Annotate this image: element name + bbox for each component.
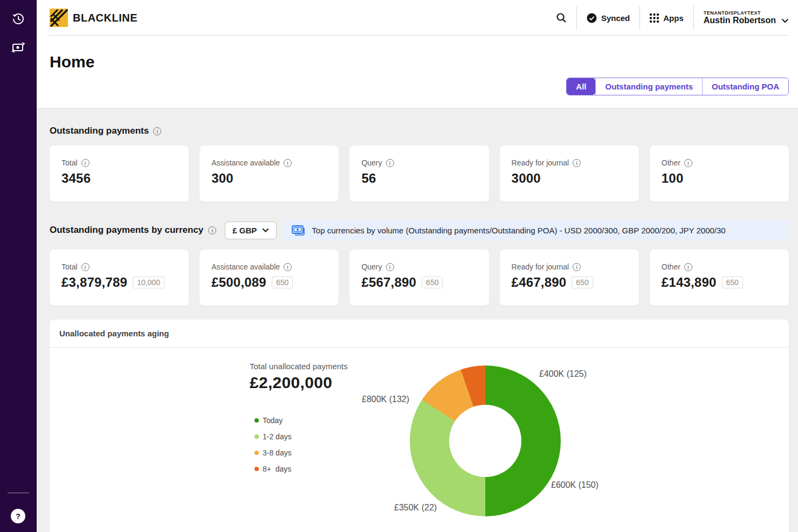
- info-icon[interactable]: i: [81, 159, 90, 167]
- payments-icon[interactable]: [0, 41, 37, 54]
- stat-card-label: Query: [361, 262, 382, 271]
- stat-card-label: Ready for journal: [512, 262, 569, 271]
- apps-button[interactable]: Apps: [650, 13, 684, 23]
- stat-card[interactable]: Ready for journal i £467,890 650: [500, 250, 639, 306]
- chart-total: Total unallocated payments £2,200,000: [250, 362, 348, 392]
- history-icon[interactable]: [0, 12, 37, 26]
- info-icon[interactable]: i: [208, 226, 216, 234]
- synced-status[interactable]: Synced: [587, 13, 630, 23]
- stat-card-label: Query: [361, 158, 382, 167]
- search-button[interactable]: [556, 12, 567, 23]
- stat-card-label: Other: [662, 158, 680, 167]
- legend-item: Today: [254, 412, 292, 429]
- stat-card-value: £500,089: [211, 275, 266, 290]
- legend-item: 1-2 days: [254, 429, 292, 445]
- legend-dot: [254, 467, 259, 471]
- brand-name: BLACKLINE: [73, 12, 137, 24]
- stat-card-label: Total: [61, 262, 78, 271]
- legend-dot: [254, 434, 259, 439]
- unallocated-aging-card: Unallocated payments aging Total unalloc…: [50, 320, 789, 532]
- by-currency-cards: Total i £3,879,789 10,000 Assistance ava…: [50, 250, 789, 306]
- stat-card-badge: 650: [572, 277, 593, 288]
- stat-card-value: 300: [211, 171, 233, 186]
- info-icon[interactable]: i: [284, 263, 292, 271]
- info-icon[interactable]: i: [684, 159, 692, 167]
- currency-dropdown[interactable]: £ GBP: [225, 222, 277, 239]
- divider: [576, 6, 577, 30]
- stat-card[interactable]: Query i 56: [349, 146, 489, 202]
- stat-card[interactable]: Other i 100: [650, 146, 789, 202]
- stat-card-value: £567,890: [361, 275, 416, 290]
- stat-card-badge: 650: [722, 277, 743, 288]
- info-icon[interactable]: i: [573, 159, 581, 167]
- user-menu[interactable]: TENANTDISPLAYTEXT Austin Robertson: [704, 10, 789, 25]
- search-icon: [556, 12, 567, 23]
- currency-dropdown-value: £ GBP: [232, 226, 257, 235]
- info-icon[interactable]: i: [81, 263, 90, 271]
- tenant-label: TENANTDISPLAYTEXT: [704, 10, 761, 16]
- stat-card[interactable]: Assistance available i £500,089 650: [200, 250, 339, 306]
- slice-label: £400K (125): [539, 369, 587, 379]
- stat-card[interactable]: Other i £143,890 650: [650, 250, 789, 306]
- stat-card-badge: 650: [422, 277, 443, 288]
- page-title: Home: [50, 53, 94, 71]
- info-icon[interactable]: i: [386, 263, 394, 271]
- stat-card[interactable]: Total i 3456: [50, 146, 189, 202]
- info-icon[interactable]: i: [284, 159, 292, 167]
- slice-label: £800K (132): [362, 395, 409, 404]
- stat-card[interactable]: Query i £567,890 650: [349, 250, 489, 306]
- donut-ring[interactable]: [410, 365, 561, 516]
- view-tabs: AllOutstanding paymentsOutstanding POA: [566, 78, 789, 95]
- stat-card-value: £143,890: [662, 275, 717, 290]
- stat-card-value: 56: [361, 171, 376, 186]
- synced-label: Synced: [601, 13, 630, 23]
- chart-total-label: Total unallocated payments: [250, 362, 348, 371]
- stat-card-value: 3456: [61, 171, 91, 186]
- stat-card[interactable]: Ready for journal i 3000: [500, 146, 639, 202]
- tab-outstanding-poa[interactable]: Outstanding POA: [702, 78, 788, 95]
- stat-card-value: 3000: [512, 171, 541, 186]
- slice-label: £350K (22): [394, 503, 437, 513]
- tab-outstanding-payments[interactable]: Outstanding payments: [595, 78, 702, 95]
- sidebar: ?: [0, 0, 37, 532]
- stat-card-label: Total: [61, 158, 78, 167]
- help-button[interactable]: ?: [11, 509, 25, 523]
- chart-legend: Today 1-2 days 3-8 days 8+ days: [254, 412, 292, 477]
- top-bar: BLACKLINE Synced: [37, 0, 798, 36]
- top-currencies-banner: Top currencies by volume (Outstanding pa…: [284, 220, 789, 240]
- chevron-down-icon: [781, 18, 789, 23]
- donut-chart: Total unallocated payments £2,200,000 To…: [50, 348, 789, 532]
- stat-card-value: £3,879,789: [61, 275, 127, 290]
- cash-icon: [292, 225, 305, 236]
- by-currency-header: Outstanding payments by currency i £ GBP…: [50, 220, 789, 240]
- legend-label: Today: [263, 416, 283, 425]
- section-title: Outstanding payments: [50, 126, 149, 136]
- stat-card-label: Assistance available: [211, 158, 280, 167]
- chart-card-title: Unallocated payments aging: [50, 320, 789, 348]
- legend-dot: [254, 418, 259, 423]
- main-area: BLACKLINE Synced: [37, 0, 798, 532]
- info-icon[interactable]: i: [153, 127, 161, 135]
- stat-card-badge: 10,000: [133, 277, 164, 288]
- donut-hole: [449, 405, 521, 477]
- info-icon[interactable]: i: [386, 159, 394, 167]
- stat-card[interactable]: Total i £3,879,789 10,000: [50, 250, 189, 306]
- legend-item: 8+ days: [254, 461, 292, 477]
- outstanding-payments-cards: Total i 3456 Assistance available i 300 …: [50, 146, 789, 202]
- stat-card-value: £467,890: [512, 275, 567, 290]
- stat-card-value: 100: [662, 171, 684, 186]
- user-name: Austin Robertson: [704, 16, 776, 25]
- apps-label: Apps: [663, 13, 684, 23]
- blackline-logo[interactable]: BLACKLINE: [50, 9, 137, 27]
- legend-label: 1-2 days: [263, 432, 292, 441]
- tab-all[interactable]: All: [567, 78, 595, 95]
- stat-card[interactable]: Assistance available i 300: [200, 146, 339, 202]
- stat-card-badge: 650: [272, 277, 293, 288]
- divider: [693, 6, 694, 30]
- info-icon[interactable]: i: [684, 263, 692, 271]
- banner-text: Top currencies by volume (Outstanding pa…: [312, 226, 725, 235]
- stat-card-label: Ready for journal: [512, 158, 569, 167]
- info-icon[interactable]: i: [573, 263, 581, 271]
- synced-check-icon: [587, 13, 597, 23]
- stat-card-label: Assistance available: [211, 262, 280, 271]
